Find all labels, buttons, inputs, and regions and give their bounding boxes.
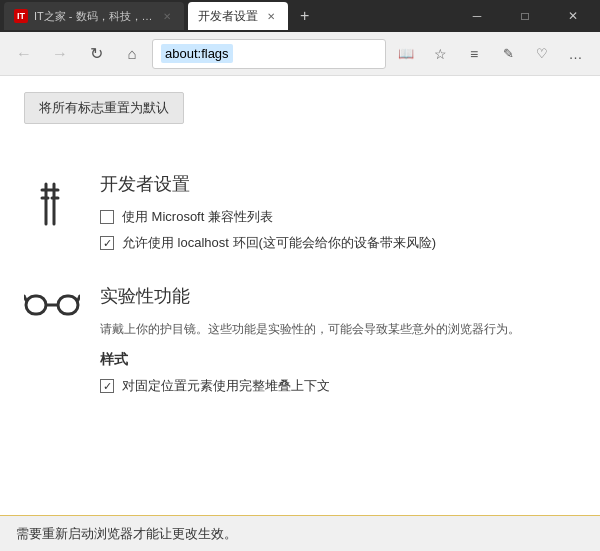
tab-inactive[interactable]: IT IT之家 - 数码，科技，生活 ✕ xyxy=(4,2,184,30)
title-bar: IT IT之家 - 数码，科技，生活 ✕ 开发者设置 ✕ + ─ □ ✕ xyxy=(0,0,600,32)
stacking-context-label: 对固定位置元素使用完整堆叠上下文 xyxy=(122,377,330,395)
developer-section: 开发者设置 使用 Microsoft 兼容性列表 允许使用 localhost … xyxy=(24,172,576,260)
localhost-row: 允许使用 localhost 环回(这可能会给你的设备带来风险) xyxy=(100,234,576,252)
reading-view-button[interactable]: 📖 xyxy=(390,38,422,70)
share-icon: ♡ xyxy=(536,46,548,61)
minimize-button[interactable]: ─ xyxy=(454,0,500,32)
favorites-button[interactable]: ☆ xyxy=(424,38,456,70)
experimental-desc: 请戴上你的护目镜。这些功能是实验性的，可能会导致某些意外的浏览器行为。 xyxy=(100,320,576,339)
back-icon: ← xyxy=(16,45,32,63)
reset-flags-button[interactable]: 将所有标志重置为默认 xyxy=(24,92,184,124)
developer-content: 开发者设置 使用 Microsoft 兼容性列表 允许使用 localhost … xyxy=(100,172,576,260)
experimental-content: 实验性功能 请戴上你的护目镜。这些功能是实验性的，可能会导致某些意外的浏览器行为… xyxy=(100,284,576,403)
notes-icon: ✎ xyxy=(503,46,514,61)
forward-button[interactable]: → xyxy=(44,38,76,70)
stacking-context-checkbox[interactable] xyxy=(100,379,114,393)
compat-list-row: 使用 Microsoft 兼容性列表 xyxy=(100,208,576,226)
svg-line-9 xyxy=(78,296,80,300)
main-content: 将所有标志重置为默认 开发者设置 使用 Microsoft 兼容性列 xyxy=(0,76,600,515)
status-text: 需要重新启动浏览器才能让更改生效。 xyxy=(16,525,237,543)
maximize-button[interactable]: □ xyxy=(502,0,548,32)
svg-rect-5 xyxy=(26,296,46,314)
tab-strip: IT IT之家 - 数码，科技，生活 ✕ 开发者设置 ✕ + xyxy=(0,2,317,30)
nav-right-icons: 📖 ☆ ≡ ✎ ♡ … xyxy=(390,38,592,70)
status-bar: 需要重新启动浏览器才能让更改生效。 xyxy=(0,515,600,551)
address-text: about:flags xyxy=(161,44,233,63)
svg-rect-6 xyxy=(58,296,78,314)
active-tab-label: 开发者设置 xyxy=(198,8,258,25)
home-button[interactable]: ⌂ xyxy=(116,38,148,70)
tab-active[interactable]: 开发者设置 ✕ xyxy=(188,2,288,30)
home-icon: ⌂ xyxy=(127,45,136,62)
localhost-label: 允许使用 localhost 环回(这可能会给你的设备带来风险) xyxy=(122,234,436,252)
refresh-icon: ↻ xyxy=(90,44,103,63)
refresh-button[interactable]: ↻ xyxy=(80,38,112,70)
hub-button[interactable]: ≡ xyxy=(458,38,490,70)
back-button[interactable]: ← xyxy=(8,38,40,70)
localhost-checkbox[interactable] xyxy=(100,236,114,250)
experimental-title: 实验性功能 xyxy=(100,284,576,308)
web-notes-button[interactable]: ✎ xyxy=(492,38,524,70)
site-favicon: IT xyxy=(14,9,28,23)
forward-icon: → xyxy=(52,45,68,63)
new-tab-button[interactable]: + xyxy=(292,7,317,25)
developer-title: 开发者设置 xyxy=(100,172,576,196)
svg-line-8 xyxy=(24,296,26,300)
address-bar[interactable]: about:flags xyxy=(152,39,386,69)
experimental-icon xyxy=(24,284,80,403)
inactive-tab-close[interactable]: ✕ xyxy=(160,9,174,23)
nav-bar: ← → ↻ ⌂ about:flags 📖 ☆ ≡ ✎ ♡ … xyxy=(0,32,600,76)
developer-icon xyxy=(24,172,80,260)
inactive-tab-label: IT之家 - 数码，科技，生活 xyxy=(34,9,154,24)
hub-icon: ≡ xyxy=(470,46,478,62)
experimental-section: 实验性功能 请戴上你的护目镜。这些功能是实验性的，可能会导致某些意外的浏览器行为… xyxy=(24,284,576,403)
content-area: 将所有标志重置为默认 开发者设置 使用 Microsoft 兼容性列 xyxy=(0,76,600,515)
reading-icon: 📖 xyxy=(398,46,414,61)
style-subsection-title: 样式 xyxy=(100,351,576,369)
compat-list-label: 使用 Microsoft 兼容性列表 xyxy=(122,208,273,226)
window-controls: ─ □ ✕ xyxy=(454,0,600,32)
compat-list-checkbox[interactable] xyxy=(100,210,114,224)
share-button[interactable]: ♡ xyxy=(526,38,558,70)
stacking-context-row: 对固定位置元素使用完整堆叠上下文 xyxy=(100,377,576,395)
more-icon: … xyxy=(569,46,584,62)
more-button[interactable]: … xyxy=(560,38,592,70)
star-icon: ☆ xyxy=(434,46,447,62)
reset-section: 将所有标志重置为默认 xyxy=(24,92,576,148)
active-tab-close[interactable]: ✕ xyxy=(264,9,278,23)
close-button[interactable]: ✕ xyxy=(550,0,596,32)
